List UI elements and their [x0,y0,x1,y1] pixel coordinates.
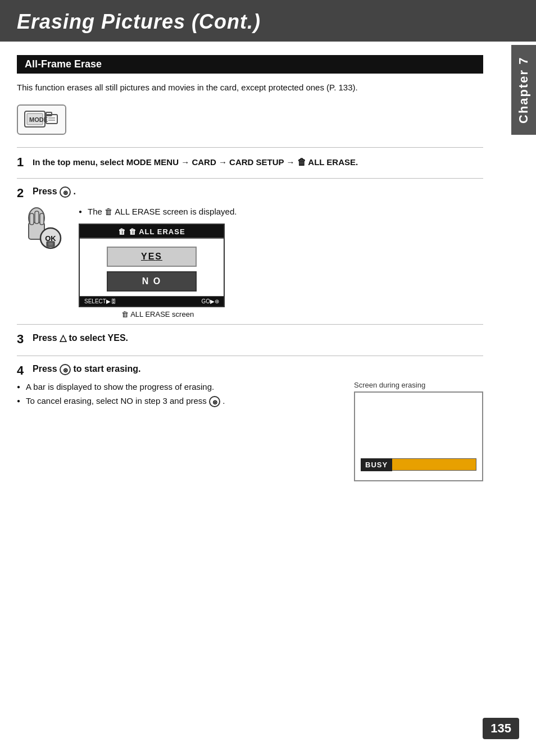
page-title: Erasing Pictures (Cont.) [17,10,519,34]
svg-rect-14 [47,242,54,247]
all-erase-screen: 🗑 🗑 ALL ERASE YES N O SELECT▶🎛 [79,224,225,307]
svg-rect-11 [40,213,44,225]
step-2: 2 Press ⊛ . [17,178,483,325]
step-4-bullet-2: To cancel erasing, select NO in step 3 a… [17,395,343,408]
step-4-body: A bar is displayed to show the progress … [17,381,483,481]
step-1-header: 1 In the top menu, select MODE MENU → CA… [17,156,483,169]
screen-during-label: Screen during erasing [354,381,483,389]
ok-icon-2: ⊛ [60,364,71,375]
step-4-header: 4 Press ⊛ to start erasing. [17,364,483,377]
busy-bar: BUSY [361,458,476,471]
intro-text: This function erases all still pictures … [17,81,483,94]
ok-button-illustration: OK [17,206,67,251]
step-2-text-screen: The 🗑 ALL ERASE screen is displayed. 🗑 🗑… [79,206,237,319]
all-erase-screen-wrapper: 🗑 🗑 ALL ERASE YES N O SELECT▶🎛 [79,224,237,318]
screen-title: 🗑 🗑 ALL ERASE [80,225,224,239]
step-3: 3 Press △ to select YES. [17,324,483,355]
busy-screen-wrapper: Screen during erasing BUSY [354,381,483,481]
screen-body: YES N O [80,239,224,296]
no-button: N O [107,271,197,292]
mode-icon: MODE [24,109,60,130]
chapter-tab: Chapter 7 [511,45,536,135]
mode-icon-box: MODE [17,104,66,135]
section-header: All-Frame Erase [17,55,483,74]
yes-button: YES [107,247,197,267]
step-3-header: 3 Press △ to select YES. [17,333,483,346]
step-4: 4 Press ⊛ to start erasing. A bar is dis… [17,356,483,487]
busy-screen: BUSY [354,391,483,481]
step-1: 1 In the top menu, select MODE MENU → CA… [17,147,483,178]
step-4-text: A bar is displayed to show the progress … [17,381,343,481]
screen-caption: 🗑 ALL ERASE screen [79,310,237,318]
page-number: 135 [483,718,519,739]
ok-button-svg: OK [20,206,65,251]
svg-rect-10 [35,211,39,224]
busy-label: BUSY [361,458,392,471]
busy-progress-bar [392,458,476,471]
svg-rect-9 [30,213,34,225]
step-4-bullet-1: A bar is displayed to show the progress … [17,381,343,394]
title-banner: Erasing Pictures (Cont.) [0,0,536,42]
main-content: All-Frame Erase This function erases all… [0,55,500,487]
step-2-header: 2 Press ⊛ . [17,186,483,200]
step-2-body: OK The 🗑 ALL ERASE screen is displayed. … [17,206,483,319]
ok-icon: ⊛ [60,186,71,198]
step-2-bullet: The 🗑 ALL ERASE screen is displayed. [79,206,237,218]
svg-text:MODE: MODE [29,116,48,123]
screen-bottom-bar: SELECT▶🎛 GO▶⊛ [80,296,224,306]
